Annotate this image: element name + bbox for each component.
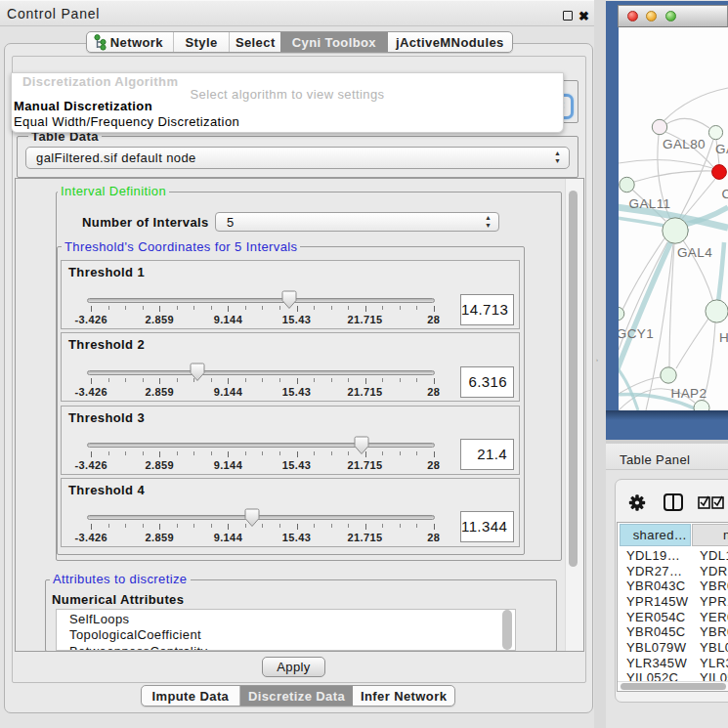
svg-text:GAL80: GAL80 [663,137,706,151]
svg-text:CLN1: CLN1 [722,187,728,201]
svg-text:GAL5: GAL5 [715,142,728,156]
svg-text:HIS4: HIS4 [719,330,728,345]
svg-text:GAL4: GAL4 [677,245,712,260]
svg-text:GCY1: GCY1 [619,326,654,341]
svg-text:HAP2: HAP2 [671,386,707,401]
svg-text:GAL11: GAL11 [628,196,670,211]
